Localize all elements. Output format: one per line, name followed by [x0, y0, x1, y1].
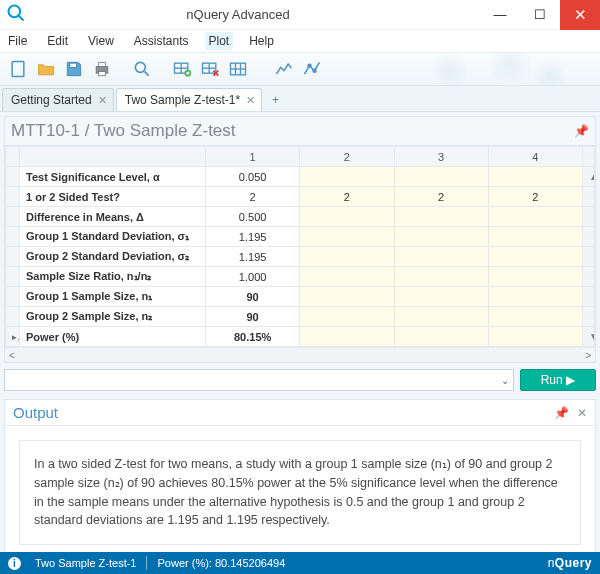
row-label: 1 or 2 Sided Test? [20, 187, 206, 207]
cell[interactable] [488, 247, 582, 267]
output-statement: In a two sided Z-test for two means, a s… [19, 440, 581, 545]
cell[interactable] [394, 287, 488, 307]
row-marker-icon: ▸ [6, 327, 20, 347]
row-significance: Test Significance Level, α 0.050 ▲ [6, 167, 595, 187]
close-icon[interactable]: ✕ [246, 94, 255, 107]
cell[interactable] [394, 207, 488, 227]
cell[interactable] [300, 167, 394, 187]
cell[interactable]: 0.050 [206, 167, 300, 187]
cell[interactable] [300, 327, 394, 347]
cell[interactable]: 2 [394, 187, 488, 207]
analysis-title: MTT10-1 / Two Sample Z-test [11, 121, 236, 141]
analysis-header: MTT10-1 / Two Sample Z-test 📌 [4, 116, 596, 145]
scroll-right-icon[interactable]: > [585, 350, 591, 361]
row-label: Group 2 Sample Size, n₂ [20, 307, 206, 327]
cell[interactable]: 2 [300, 187, 394, 207]
save-icon[interactable] [62, 57, 86, 81]
cell[interactable]: 2 [488, 187, 582, 207]
document-tabs: Getting Started ✕ Two Sample Z-test-1* ✕… [0, 86, 600, 112]
cell[interactable]: 2 [206, 187, 300, 207]
column-headers: 1 2 3 4 [6, 147, 595, 167]
cell[interactable] [394, 307, 488, 327]
close-button[interactable]: ✕ [560, 0, 600, 30]
toolbar [0, 52, 600, 86]
table-icon[interactable] [226, 57, 250, 81]
cell[interactable] [394, 247, 488, 267]
status-doc: Two Sample Z-test-1 [35, 557, 136, 569]
close-icon[interactable]: ✕ [577, 406, 587, 420]
svg-rect-6 [99, 72, 106, 76]
cell[interactable]: 0.500 [206, 207, 300, 227]
row-sided: 1 or 2 Sided Test? 2 2 2 2 [6, 187, 595, 207]
cell[interactable] [300, 247, 394, 267]
info-icon: i [8, 557, 21, 570]
menu-bar: File Edit View Assistants Plot Help [0, 30, 600, 52]
minimize-button[interactable]: — [480, 0, 520, 30]
pin-icon[interactable]: 📌 [554, 406, 569, 420]
col-header[interactable]: 4 [488, 147, 582, 167]
status-power: Power (%): 80.145206494 [157, 557, 285, 569]
row-label: Difference in Means, Δ [20, 207, 206, 227]
new-doc-icon[interactable] [6, 57, 30, 81]
cell[interactable]: 80.15% [206, 327, 300, 347]
cell[interactable] [488, 307, 582, 327]
cell[interactable] [300, 307, 394, 327]
menu-view[interactable]: View [84, 32, 118, 50]
run-button[interactable]: Run ▶ [520, 369, 596, 391]
parameter-grid: 1 2 3 4 Test Significance Level, α 0.050… [4, 145, 596, 363]
cell[interactable] [300, 227, 394, 247]
col-header[interactable]: 3 [394, 147, 488, 167]
table-delete-icon[interactable] [198, 57, 222, 81]
cell[interactable] [394, 167, 488, 187]
horizontal-scrollbar[interactable]: < > [5, 347, 595, 362]
cell[interactable] [300, 267, 394, 287]
cell[interactable] [488, 167, 582, 187]
row-ratio: Sample Size Ratio, n₁/n₂ 1.000 [6, 267, 595, 287]
maximize-button[interactable]: ☐ [520, 0, 560, 30]
row-label: Group 2 Standard Deviation, σ₂ [20, 247, 206, 267]
cell[interactable]: 1.000 [206, 267, 300, 287]
col-header[interactable]: 2 [300, 147, 394, 167]
open-icon[interactable] [34, 57, 58, 81]
titlebar: nQuery Advanced — ☐ ✕ [0, 0, 600, 30]
cell[interactable] [394, 327, 488, 347]
scroll-left-icon[interactable]: < [9, 350, 15, 361]
solve-for-select[interactable]: ⌄ [4, 369, 514, 391]
cell[interactable]: 1.195 [206, 247, 300, 267]
menu-file[interactable]: File [4, 32, 31, 50]
row-label: Power (%) [20, 327, 206, 347]
cell[interactable]: 1.195 [206, 227, 300, 247]
cell[interactable] [394, 227, 488, 247]
cell[interactable] [300, 287, 394, 307]
tab-add-button[interactable]: + [264, 89, 287, 111]
svg-point-25 [313, 69, 316, 72]
pin-icon[interactable]: 📌 [574, 124, 589, 138]
cell[interactable] [488, 267, 582, 287]
cell[interactable] [488, 227, 582, 247]
print-icon[interactable] [90, 57, 114, 81]
chevron-down-icon: ⌄ [501, 375, 509, 386]
svg-line-8 [145, 72, 149, 76]
scatter-chart-icon[interactable] [300, 57, 324, 81]
row-diff: Difference in Means, Δ 0.500 [6, 207, 595, 227]
cell[interactable] [488, 207, 582, 227]
line-chart-icon[interactable] [272, 57, 296, 81]
cell[interactable]: 90 [206, 307, 300, 327]
cell[interactable] [300, 207, 394, 227]
menu-assistants[interactable]: Assistants [130, 32, 193, 50]
cell[interactable]: 90 [206, 287, 300, 307]
menu-help[interactable]: Help [245, 32, 278, 50]
col-header[interactable]: 1 [206, 147, 300, 167]
row-label: Group 1 Sample Size, n₁ [20, 287, 206, 307]
menu-plot[interactable]: Plot [205, 32, 234, 50]
output-panel: Output 📌 ✕ In a two sided Z-test for two… [4, 399, 596, 574]
cell[interactable] [488, 287, 582, 307]
zoom-icon[interactable] [130, 57, 154, 81]
cell[interactable] [488, 327, 582, 347]
close-icon[interactable]: ✕ [98, 94, 107, 107]
menu-edit[interactable]: Edit [43, 32, 72, 50]
tab-getting-started[interactable]: Getting Started ✕ [2, 88, 114, 111]
tab-two-sample-z[interactable]: Two Sample Z-test-1* ✕ [116, 88, 262, 111]
table-insert-icon[interactable] [170, 57, 194, 81]
cell[interactable] [394, 267, 488, 287]
